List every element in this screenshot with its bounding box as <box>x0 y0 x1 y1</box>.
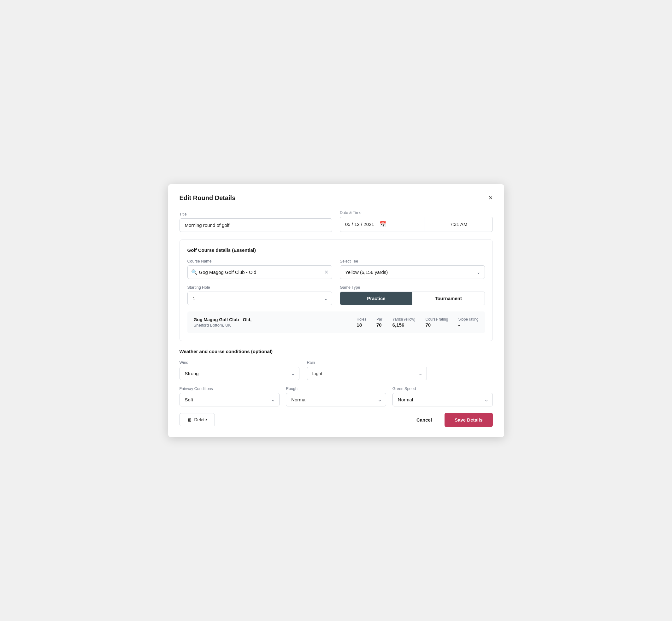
footer-bar: 🗑 Delete Cancel Save Details <box>179 413 493 427</box>
save-button[interactable]: Save Details <box>445 413 493 427</box>
par-stat: Par 70 <box>376 317 382 328</box>
fairway-dropdown[interactable]: SoftNormalHardWet <box>179 393 280 406</box>
starting-hole-wrapper: 1234 5678 910 ⌄ <box>187 292 333 305</box>
edit-round-modal: Edit Round Details × Title Date & Time 0… <box>168 184 504 437</box>
weather-section: Weather and course conditions (optional)… <box>179 349 493 406</box>
rough-dropdown[interactable]: SoftNormalHardWet <box>286 393 386 406</box>
green-speed-label: Green Speed <box>392 386 493 391</box>
green-speed-dropdown[interactable]: SlowNormalFastVery Fast <box>392 393 493 406</box>
calendar-icon: 📅 <box>379 221 386 228</box>
weather-section-title: Weather and course conditions (optional) <box>179 349 493 354</box>
wind-wrapper: NoneLightModerateStrong ⌄ <box>179 367 299 380</box>
rain-dropdown[interactable]: NoneLightModerateHeavy <box>307 367 427 380</box>
course-name-tee-row: Course Name 🔍 ✕ Select Tee Yellow (6,156… <box>187 259 485 279</box>
par-label: Par <box>376 317 382 322</box>
datetime-row: 05 / 12 / 2021 📅 7:31 AM <box>340 217 493 232</box>
title-input[interactable] <box>179 218 333 232</box>
starting-hole-label: Starting Hole <box>187 285 333 290</box>
holes-stat: Holes 18 <box>356 317 366 328</box>
date-value: 05 / 12 / 2021 <box>345 221 374 227</box>
yards-stat: Yards(Yellow) 6,156 <box>392 317 416 328</box>
fairway-wrapper: SoftNormalHardWet ⌄ <box>179 393 280 406</box>
golf-course-section-title: Golf Course details (Essential) <box>187 247 485 253</box>
course-name-search-wrapper: 🔍 ✕ <box>187 265 333 279</box>
course-name-label: Course Name <box>187 259 333 263</box>
cancel-button[interactable]: Cancel <box>410 413 438 426</box>
yards-value: 6,156 <box>392 322 416 328</box>
slope-rating-value: - <box>458 322 478 328</box>
select-tee-label: Select Tee <box>340 259 485 263</box>
holes-value: 18 <box>356 322 366 328</box>
starting-hole-game-type-row: Starting Hole 1234 5678 910 ⌄ Game Type … <box>187 285 485 305</box>
rough-wrapper: SoftNormalHardWet ⌄ <box>286 393 386 406</box>
datetime-label: Date & Time <box>340 210 493 215</box>
datetime-field-group: Date & Time 05 / 12 / 2021 📅 7:31 AM <box>340 210 493 232</box>
course-info-card: Gog Magog Golf Club - Old, Shelford Bott… <box>187 312 485 333</box>
title-label: Title <box>179 212 333 216</box>
fairway-group: Fairway Conditions SoftNormalHardWet ⌄ <box>179 386 280 406</box>
yards-label: Yards(Yellow) <box>392 317 416 322</box>
close-button[interactable]: × <box>489 194 493 201</box>
top-fields: Title Date & Time 05 / 12 / 2021 📅 7:31 … <box>179 210 493 232</box>
course-name-input[interactable] <box>187 265 333 279</box>
green-speed-wrapper: SlowNormalFastVery Fast ⌄ <box>392 393 493 406</box>
rough-group: Rough SoftNormalHardWet ⌄ <box>286 386 386 406</box>
course-stats: Holes 18 Par 70 Yards(Yellow) 6,156 Cour… <box>356 317 478 328</box>
starting-hole-dropdown[interactable]: 1234 5678 910 <box>187 292 333 305</box>
rain-label: Rain <box>307 360 427 365</box>
course-rating-label: Course rating <box>425 317 448 322</box>
rough-label: Rough <box>286 386 386 391</box>
tournament-button[interactable]: Tournament <box>412 292 485 305</box>
fairway-rough-green-row: Fairway Conditions SoftNormalHardWet ⌄ R… <box>179 386 493 406</box>
delete-button[interactable]: 🗑 Delete <box>179 413 215 426</box>
select-tee-wrapper: Yellow (6,156 yards) White (6,500 yards)… <box>340 265 485 279</box>
date-input-box[interactable]: 05 / 12 / 2021 📅 <box>340 217 425 232</box>
footer-right: Cancel Save Details <box>410 413 493 427</box>
green-speed-group: Green Speed SlowNormalFastVery Fast ⌄ <box>392 386 493 406</box>
course-name-group: Course Name 🔍 ✕ <box>187 259 333 279</box>
course-rating-stat: Course rating 70 <box>425 317 448 328</box>
clear-icon[interactable]: ✕ <box>324 269 328 275</box>
select-tee-group: Select Tee Yellow (6,156 yards) White (6… <box>340 259 485 279</box>
time-input-box[interactable]: 7:31 AM <box>425 217 493 232</box>
course-main-name: Gog Magog Golf Club - Old, <box>194 317 347 322</box>
fairway-label: Fairway Conditions <box>179 386 280 391</box>
modal-header: Edit Round Details × <box>179 194 493 202</box>
course-name-block: Gog Magog Golf Club - Old, Shelford Bott… <box>194 317 347 328</box>
search-icon: 🔍 <box>191 269 198 275</box>
game-type-label: Game Type <box>340 285 485 290</box>
game-type-group: Game Type Practice Tournament <box>340 285 485 305</box>
starting-hole-group: Starting Hole 1234 5678 910 ⌄ <box>187 285 333 305</box>
par-value: 70 <box>376 322 382 328</box>
wind-label: Wind <box>179 360 299 365</box>
holes-label: Holes <box>356 317 366 322</box>
practice-button[interactable]: Practice <box>340 292 412 305</box>
wind-dropdown[interactable]: NoneLightModerateStrong <box>179 367 299 380</box>
slope-rating-label: Slope rating <box>458 317 478 322</box>
golf-course-section: Golf Course details (Essential) Course N… <box>179 240 493 341</box>
course-sub-name: Shelford Bottom, UK <box>194 323 347 328</box>
game-type-toggle: Practice Tournament <box>340 292 485 305</box>
trash-icon: 🗑 <box>187 417 192 422</box>
title-field-group: Title <box>179 212 333 232</box>
wind-group: Wind NoneLightModerateStrong ⌄ <box>179 360 299 380</box>
wind-rain-row: Wind NoneLightModerateStrong ⌄ Rain None… <box>179 360 493 380</box>
time-value: 7:31 AM <box>450 221 467 227</box>
rain-wrapper: NoneLightModerateHeavy ⌄ <box>307 367 427 380</box>
rain-group: Rain NoneLightModerateHeavy ⌄ <box>307 360 427 380</box>
course-rating-value: 70 <box>425 322 448 328</box>
modal-title: Edit Round Details <box>179 194 236 202</box>
delete-label: Delete <box>194 417 207 422</box>
slope-rating-stat: Slope rating - <box>458 317 478 328</box>
select-tee-dropdown[interactable]: Yellow (6,156 yards) White (6,500 yards)… <box>340 265 485 279</box>
